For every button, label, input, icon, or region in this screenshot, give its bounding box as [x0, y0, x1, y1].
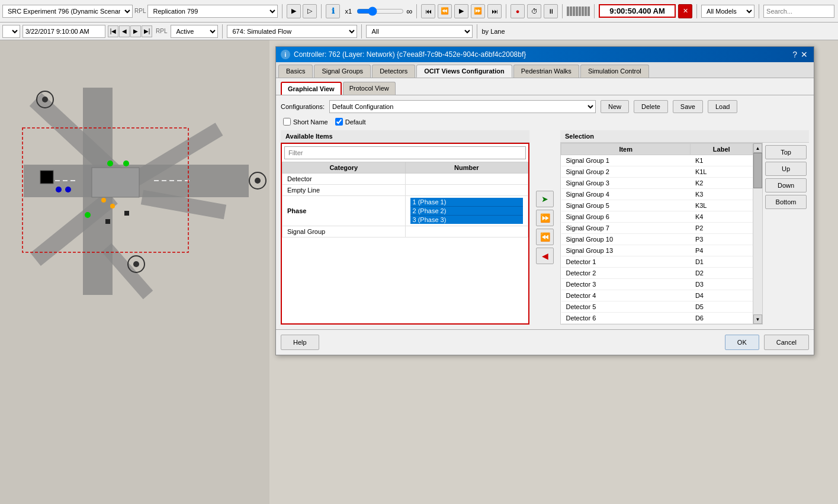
remove-all-button[interactable]: ⏪: [536, 229, 554, 245]
scrollbar-down[interactable]: ▼: [753, 314, 762, 324]
next-button[interactable]: ⏩: [471, 4, 485, 18]
nav-next[interactable]: ▶: [130, 25, 141, 37]
scrollbar[interactable]: ▲ ▼: [753, 143, 762, 324]
list-item[interactable]: Signal Group 5K3L: [561, 200, 753, 211]
table-row[interactable]: Phase1 (Phase 1)2 (Phase 2)3 (Phase 3): [282, 196, 528, 226]
close-button[interactable]: ✕: [800, 50, 809, 59]
sep5: [562, 4, 563, 18]
remove-button[interactable]: ◀: [536, 248, 554, 264]
help-titlebar-button[interactable]: ?: [792, 50, 797, 59]
replication-dropdown[interactable]: Replication 799: [147, 5, 278, 18]
cancel-button[interactable]: Cancel: [764, 335, 809, 350]
models-dropdown[interactable]: All Models: [701, 5, 754, 18]
list-item[interactable]: Detector 2D2: [561, 268, 753, 279]
experiment-dropdown[interactable]: SRC Experiment 796 (Dynamic Scenario 795…: [2, 5, 133, 18]
sep3: [416, 4, 417, 18]
new-button[interactable]: New: [601, 100, 629, 113]
tab-pedestrian[interactable]: Pedestrian Walks: [513, 65, 579, 78]
list-item[interactable]: Signal Group 1K1: [561, 155, 753, 166]
sub-tab-bar: Graphical View Protocol View: [276, 78, 814, 95]
config-select[interactable]: Default Configuration: [329, 100, 596, 113]
status-dropdown[interactable]: Active: [171, 25, 218, 38]
list-item[interactable]: Signal Group 4K3: [561, 189, 753, 200]
load-button[interactable]: Load: [708, 100, 737, 113]
save-button[interactable]: Save: [673, 100, 703, 113]
tab-simulation[interactable]: Simulation Control: [580, 65, 649, 78]
prev-button[interactable]: ⏪: [438, 4, 452, 18]
list-item[interactable]: Detector 5D5: [561, 301, 753, 313]
table-row[interactable]: Empty Line: [282, 185, 528, 196]
sep6: [594, 4, 595, 18]
selection-panel: Item Label Signal Group 1K1Signal Group …: [560, 143, 763, 325]
sep9: [222, 24, 223, 38]
scrollbar-track[interactable]: [753, 153, 762, 314]
tab-ocit[interactable]: OCIT Views Configuration: [416, 65, 512, 78]
play-step-button[interactable]: ▷: [303, 4, 317, 18]
nav-last[interactable]: ▶|: [142, 25, 152, 37]
play-button[interactable]: ▶: [287, 4, 301, 18]
short-name-checkbox[interactable]: [283, 118, 291, 126]
row-select[interactable]: A: [2, 25, 20, 38]
items-table: Category Number DetectorEmpty LinePhase1…: [282, 162, 528, 237]
timer-button[interactable]: ⏱: [527, 4, 541, 18]
play2-button[interactable]: ▶: [454, 4, 468, 18]
config-label: Configurations:: [281, 103, 325, 110]
filter-input[interactable]: [284, 146, 526, 159]
scrollbar-thumb[interactable]: [753, 153, 762, 188]
progress-area: [567, 7, 590, 16]
list-item[interactable]: Detector 3D3: [561, 279, 753, 290]
short-name-label[interactable]: Short Name: [283, 118, 328, 126]
add-all-button[interactable]: ⏩: [536, 210, 554, 226]
down-button[interactable]: Down: [765, 178, 807, 192]
nav-buttons: |◀ ◀ ▶ ▶|: [108, 25, 152, 37]
bottom-button[interactable]: Bottom: [765, 195, 807, 209]
left-panel-wrapper: Available Items Category Number: [281, 130, 529, 325]
speed-range[interactable]: [357, 7, 404, 16]
pause-button[interactable]: ⏸: [544, 4, 558, 18]
info-button[interactable]: ℹ: [326, 4, 340, 18]
list-item[interactable]: Detector 4D4: [561, 290, 753, 301]
tab-basics[interactable]: Basics: [278, 65, 313, 78]
filter-dropdown[interactable]: All: [366, 25, 473, 38]
ffwd-button[interactable]: ⏭: [487, 4, 502, 18]
nav-first[interactable]: |◀: [108, 25, 118, 37]
top-button[interactable]: Top: [765, 145, 807, 159]
table-row[interactable]: Signal Group: [282, 226, 528, 237]
list-item[interactable]: Signal Group 7P2: [561, 223, 753, 234]
nav-prev[interactable]: ◀: [119, 25, 130, 37]
flow-dropdown[interactable]: 674: Simulated Flow: [227, 25, 357, 38]
experiment-section: SRC Experiment 796 (Dynamic Scenario 795…: [2, 5, 278, 18]
signal-dot-5: [85, 212, 91, 218]
footer-right: OK Cancel: [725, 335, 809, 350]
time-close-button[interactable]: ✕: [678, 4, 692, 18]
list-item[interactable]: Signal Group 6K4: [561, 211, 753, 223]
speed-slider[interactable]: [357, 7, 404, 16]
list-item[interactable]: Signal Group 2K1L: [561, 166, 753, 178]
tab-detectors[interactable]: Detectors: [372, 65, 415, 78]
date-input[interactable]: [23, 25, 105, 38]
signal-sq-2: [124, 211, 129, 216]
record-button[interactable]: ●: [510, 4, 525, 18]
node-dot-3: [255, 178, 261, 184]
rewind-button[interactable]: ⏮: [421, 4, 435, 18]
add-button[interactable]: ➤: [536, 191, 554, 207]
help-button[interactable]: Help: [281, 335, 319, 350]
default-checkbox[interactable]: [335, 118, 343, 126]
ok-button[interactable]: OK: [725, 335, 759, 350]
list-item[interactable]: Signal Group 3K2: [561, 178, 753, 189]
tab-signal-groups[interactable]: Signal Groups: [314, 65, 371, 78]
up-button[interactable]: Up: [765, 162, 807, 176]
sub-tab-protocol[interactable]: Protocol View: [343, 82, 396, 95]
delete-button[interactable]: Delete: [634, 100, 668, 113]
scrollbar-up[interactable]: ▲: [753, 143, 762, 153]
list-item[interactable]: Detector 1D1: [561, 256, 753, 268]
search-input[interactable]: [763, 5, 834, 18]
list-item[interactable]: Signal Group 13P4: [561, 245, 753, 256]
default-label[interactable]: Default: [335, 118, 366, 126]
signal-dot-7: [110, 204, 115, 208]
list-item[interactable]: Detector 6D6: [561, 313, 753, 324]
table-row[interactable]: Detector: [282, 174, 528, 185]
sep10: [361, 24, 362, 38]
sub-tab-graphical[interactable]: Graphical View: [281, 82, 342, 95]
list-item[interactable]: Signal Group 10P3: [561, 234, 753, 245]
